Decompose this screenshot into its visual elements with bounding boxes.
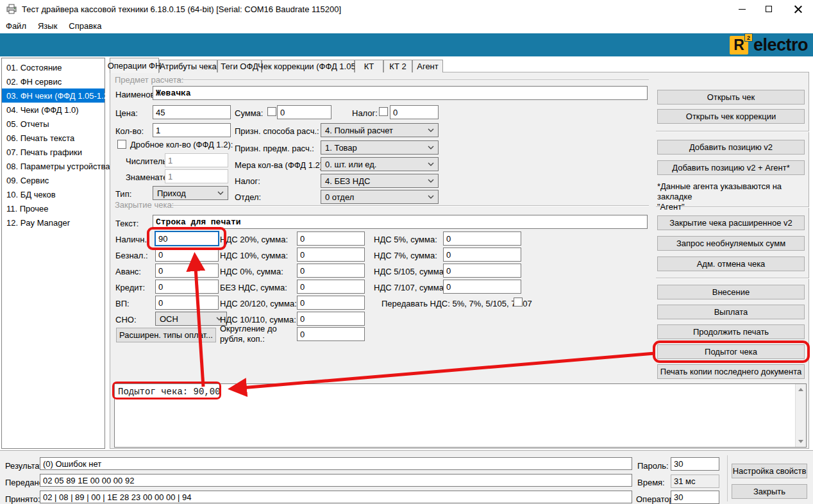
vat0-input[interactable] <box>297 264 365 278</box>
request-nonzero-sums-button[interactable]: Запрос необнуляемых сумм <box>657 236 805 251</box>
fraction-qty-checkbox[interactable] <box>117 140 126 149</box>
vat20-input[interactable] <box>297 231 365 246</box>
sidebar-item-fn-service[interactable]: 02. ФН сервис <box>2 74 105 88</box>
close-icon <box>794 5 802 13</box>
vat20120-input[interactable] <box>297 296 365 310</box>
log-scrollbar[interactable] <box>795 384 806 447</box>
tab-receipt-attributes[interactable]: Атрибуты чека <box>159 60 217 72</box>
password-input[interactable] <box>671 457 719 471</box>
cash-in-button[interactable]: Внесение <box>657 285 805 299</box>
sidebar-item-receipts[interactable]: 04. Чеки (ФФД 1.0) <box>2 103 105 117</box>
sum-input[interactable] <box>277 105 331 119</box>
vat10-input[interactable] <box>297 248 365 262</box>
print-copy-last-document-button[interactable]: Печать копии последнего документа <box>657 364 805 379</box>
vat10110-input[interactable] <box>297 312 365 326</box>
menu-file[interactable]: Файл <box>0 18 32 33</box>
sidebar-item-state[interactable]: 01. Состояние <box>2 60 105 74</box>
vp-input[interactable] <box>155 296 219 310</box>
cash-label: Наличн.: <box>115 235 149 244</box>
maximize-button[interactable] <box>754 0 784 18</box>
advance-input[interactable] <box>155 264 219 278</box>
sidebar-item-receipt-db[interactable]: 10. БД чеков <box>2 187 105 201</box>
cash-input[interactable] <box>155 231 219 246</box>
vat7-input[interactable] <box>443 248 521 262</box>
vat5105-input[interactable] <box>443 264 521 278</box>
credit-input[interactable] <box>155 280 219 294</box>
subject-attr-label: Призн. предм. расч.: <box>235 144 314 153</box>
sidebar-item-print-graphics[interactable]: 07. Печать графики <box>2 145 105 159</box>
group-divider <box>177 80 649 81</box>
open-receipt-button[interactable]: Открыть чек <box>657 90 805 105</box>
rounding-input[interactable] <box>297 327 365 341</box>
operator-input[interactable] <box>671 491 719 504</box>
sidebar-item-fn-receipts[interactable]: 03. ФН чеки (ФФД 1.05-1.2) <box>2 88 105 103</box>
tab-fn-operations[interactable]: Операции ФН <box>110 58 159 73</box>
chevron-down-icon <box>428 146 434 149</box>
vat-none-input[interactable] <box>297 280 365 294</box>
tab-agent[interactable]: Агент <box>412 60 443 72</box>
sidebar-item-pay-manager[interactable]: 12. Pay Manager <box>2 215 105 230</box>
close-button[interactable] <box>784 0 813 18</box>
sum-checkbox[interactable] <box>267 107 276 116</box>
received-field[interactable] <box>40 491 632 503</box>
logo-word: electro <box>753 35 808 55</box>
closing-group-title: Закрытие чека: <box>115 200 174 210</box>
vat-transfer-label: Передавать НДС: 5%, 7%, 5/105, 7/107 <box>381 299 532 308</box>
chevron-down-icon <box>428 162 434 166</box>
department-select[interactable]: 0 отдел <box>321 190 439 204</box>
price-input[interactable] <box>153 105 231 119</box>
open-correction-receipt-button[interactable]: Открыть чек коррекции <box>657 109 805 124</box>
close-app-button[interactable]: Закрыть <box>732 484 807 499</box>
sidebar-item-device-params[interactable]: 08. Параметры устройства <box>2 159 105 173</box>
tax-input[interactable] <box>390 105 439 119</box>
menu-help[interactable]: Справка <box>63 18 107 33</box>
vat7107-input[interactable] <box>443 280 521 294</box>
vat5-input[interactable] <box>443 231 521 246</box>
cashless-input[interactable] <box>155 248 219 262</box>
scroll-up-icon <box>798 388 803 391</box>
vat7107-label: НДС 7/107, сумма: <box>374 283 446 292</box>
sno-value: ОСН <box>160 314 178 324</box>
sidebar-item-misc[interactable]: 11. Прочее <box>2 201 105 215</box>
minimize-button[interactable] <box>727 0 757 18</box>
result-field[interactable] <box>40 457 632 470</box>
continue-print-button[interactable]: Продолжить печать <box>657 324 805 339</box>
tax-checkbox[interactable] <box>379 107 388 116</box>
add-position-v2-agent-button[interactable]: Добавить позицию v2 + Агент* <box>657 160 805 175</box>
calc-method-select[interactable]: 4. Полный расчет <box>321 123 439 137</box>
tab-kt2[interactable]: КТ 2 <box>383 60 412 72</box>
properties-button[interactable]: Настройка свойств <box>732 464 807 478</box>
sent-field[interactable] <box>40 474 632 487</box>
admin-cancel-receipt-button[interactable]: Адм. отмена чека <box>657 256 805 271</box>
name-input[interactable] <box>153 86 648 100</box>
agent-note: *Данные агента указываются на закладке "… <box>657 181 806 212</box>
advance-label: Аванс: <box>115 267 141 276</box>
subtotal-button[interactable]: Подытог чека <box>657 344 805 359</box>
sidebar-item-service[interactable]: 09. Сервис <box>2 173 105 187</box>
sidebar-item-print-text[interactable]: 06. Печать текста <box>2 131 105 145</box>
numerator-input[interactable] <box>165 153 228 167</box>
measure-value: 0. шт. или ед. <box>325 160 376 169</box>
calc-method-value: 4. Полный расчет <box>325 126 393 135</box>
sno-select[interactable]: ОСН <box>155 312 227 326</box>
denominator-input[interactable] <box>165 169 228 183</box>
measure-select[interactable]: 0. шт. или ед. <box>321 157 439 171</box>
tab-kt[interactable]: КТ <box>355 60 383 72</box>
close-receipt-extended-v2-button[interactable]: Закрытие чека расширенное v2 <box>657 215 805 230</box>
log-output[interactable]: Подытог чека: 90,00 <box>114 383 807 448</box>
print-text-input[interactable] <box>153 215 648 229</box>
group-divider <box>171 205 649 206</box>
tax-select[interactable]: 4. БЕЗ НДС <box>321 174 439 188</box>
tab-ofd-tags[interactable]: Теги ОФД <box>217 60 262 72</box>
extended-payment-types-button[interactable]: Расширен. типы оплат... <box>116 328 216 342</box>
tab-correction-receipt[interactable]: Чек коррекции (ФФД 1.05) <box>262 60 355 72</box>
cash-out-button[interactable]: Выплата <box>657 305 805 319</box>
sidebar-item-reports[interactable]: 05. Отчеты <box>2 117 105 131</box>
subject-attr-select[interactable]: 1. Товар <box>321 140 439 155</box>
qty-input[interactable] <box>153 123 231 137</box>
vat-transfer-checkbox[interactable] <box>514 298 523 307</box>
type-select[interactable]: Приход <box>153 186 228 200</box>
titlebar: Тест драйвера кассовой техники 6.18.0.15… <box>0 0 813 18</box>
add-position-v2-button[interactable]: Добавить позицию v2 <box>657 140 805 155</box>
menu-language[interactable]: Язык <box>32 18 63 33</box>
